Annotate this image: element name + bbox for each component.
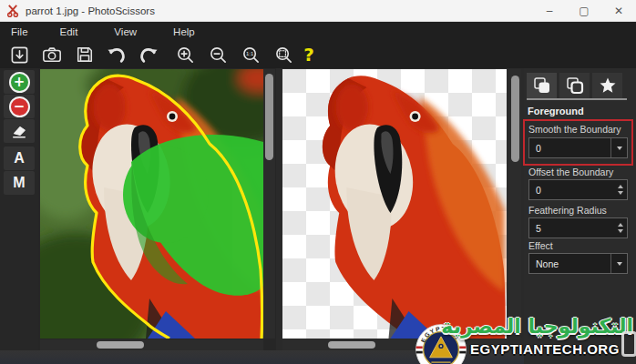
window-title: parrot 1.jpg - PhotoScissors — [26, 5, 155, 16]
foreground-marker-button[interactable]: + — [4, 70, 35, 94]
effect-dropdown[interactable]: None — [528, 253, 628, 274]
zoom-out-icon — [209, 46, 228, 65]
original-image[interactable] — [40, 69, 263, 339]
save-button[interactable] — [73, 44, 97, 66]
smooth-boundary-value: 0 — [529, 143, 610, 154]
watermark-bracket-shape — [621, 331, 636, 357]
effect-value: None — [529, 258, 610, 269]
chevron-down-icon — [617, 262, 622, 266]
minimize-button[interactable]: – — [532, 0, 567, 21]
watermark-arabic-text: التكنولوجيا المصرية — [441, 315, 633, 338]
menu-edit[interactable]: Edit — [51, 26, 87, 37]
smooth-boundary-label: Smooth the Boundary — [528, 124, 621, 135]
dropdown-button[interactable] — [610, 254, 627, 273]
feathering-radius-value: 5 — [529, 223, 614, 234]
left-horizontal-scrollbar[interactable] — [40, 339, 263, 350]
zoom-fit-button[interactable] — [272, 44, 295, 66]
effects-tab[interactable] — [592, 73, 622, 98]
tab-underline — [527, 98, 627, 100]
effect-label: Effect — [528, 240, 553, 251]
star-icon — [599, 76, 617, 95]
toolbar: 1:1 ? Marker Size 40 — [0, 41, 636, 68]
auto-mode-button[interactable]: A — [4, 147, 35, 170]
menu-view[interactable]: View — [105, 26, 146, 37]
background-tab-icon — [566, 76, 584, 95]
spinner-buttons[interactable] — [614, 218, 627, 238]
manual-mode-label: M — [13, 175, 25, 191]
help-button[interactable]: ? — [297, 44, 321, 66]
undo-button[interactable] — [104, 44, 128, 66]
zoom-actual-icon: 1:1 — [241, 46, 261, 65]
offset-boundary-spinner[interactable]: 0 — [528, 179, 628, 200]
menu-help[interactable]: Help — [164, 26, 204, 37]
maximize-button[interactable]: ▢ — [567, 0, 601, 21]
zoom-in-button[interactable] — [173, 44, 197, 66]
spin-down-icon[interactable] — [618, 191, 623, 195]
svg-text:1:1: 1:1 — [245, 51, 252, 56]
open-image-icon — [10, 46, 29, 65]
menu-bar: File Edit View Help — [0, 22, 636, 41]
zoom-out-button[interactable] — [206, 44, 230, 66]
right-vertical-scrollbar-thumb[interactable] — [511, 76, 519, 162]
offset-boundary-label: Offset the Boundary — [528, 167, 613, 177]
app-icon — [6, 4, 20, 17]
open-image-button[interactable] — [7, 44, 31, 66]
auto-mode-label: A — [14, 150, 25, 167]
section-title: Foreground — [528, 106, 584, 116]
redo-icon — [138, 46, 159, 65]
watermark-site-text: EGYPTIANTECH.ORG — [470, 341, 620, 357]
zoom-fit-icon — [274, 46, 293, 65]
right-vertical-scrollbar[interactable] — [509, 69, 521, 339]
spin-down-icon[interactable] — [618, 229, 623, 233]
spinner-buttons[interactable] — [614, 180, 627, 199]
foreground-tab[interactable] — [527, 73, 557, 98]
feathering-radius-spinner[interactable]: 5 — [528, 217, 628, 238]
left-vertical-scrollbar-thumb[interactable] — [265, 74, 273, 160]
zoom-in-icon — [176, 46, 195, 65]
spin-up-icon[interactable] — [618, 223, 623, 227]
minus-icon: − — [9, 96, 30, 117]
camera-button[interactable] — [40, 44, 64, 66]
camera-icon — [42, 46, 62, 64]
spin-up-icon[interactable] — [618, 185, 623, 188]
cutout-parrot-image — [282, 69, 507, 339]
offset-boundary-value: 0 — [529, 185, 614, 196]
undo-icon — [106, 46, 127, 65]
eraser-button[interactable] — [4, 119, 35, 143]
background-tab[interactable] — [559, 73, 590, 98]
feathering-radius-label: Feathering Radius — [528, 205, 607, 216]
redo-button[interactable] — [137, 44, 160, 66]
save-icon — [76, 46, 94, 64]
right-horizontal-scrollbar-thumb[interactable] — [328, 341, 375, 349]
close-button[interactable]: ✕ — [601, 0, 636, 21]
zoom-actual-button[interactable]: 1:1 — [239, 44, 262, 66]
foreground-tab-icon — [533, 76, 551, 95]
menu-file[interactable]: File — [2, 26, 37, 37]
chevron-down-icon — [617, 147, 622, 150]
tool-strip: + − A M — [0, 68, 38, 364]
original-parrot-image — [40, 69, 263, 339]
smooth-boundary-dropdown[interactable]: 0 — [528, 137, 628, 158]
title-bar: parrot 1.jpg - PhotoScissors – ▢ ✕ — [0, 0, 636, 22]
manual-mode-button[interactable]: M — [4, 171, 35, 195]
eraser-icon — [10, 123, 28, 139]
result-image[interactable] — [282, 69, 507, 339]
left-horizontal-scrollbar-thumb[interactable] — [97, 341, 144, 349]
dropdown-button[interactable] — [610, 138, 627, 157]
photoscissors-window: parrot 1.jpg - PhotoScissors – ▢ ✕ File … — [0, 0, 636, 364]
background-marker-button[interactable]: − — [4, 95, 35, 118]
left-vertical-scrollbar[interactable] — [263, 69, 275, 339]
plus-icon: + — [9, 72, 30, 93]
